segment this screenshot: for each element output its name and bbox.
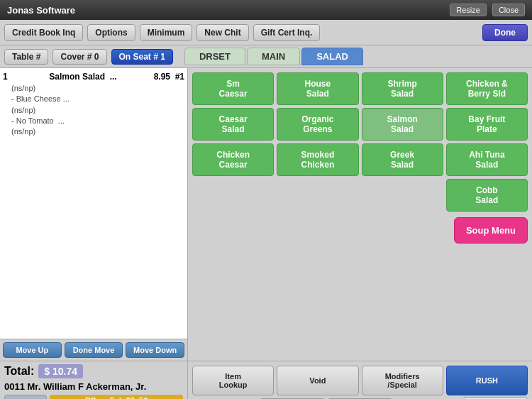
tab-main[interactable]: MAIN <box>247 48 300 65</box>
menu-organic-greens[interactable]: OrganicGreens <box>277 108 358 141</box>
menu-ahi-tuna-salad[interactable]: Ahi TunaSalad <box>446 143 528 176</box>
menu-row-2: CaesarSalad OrganicGreens SalmonSalad Ba… <box>192 108 528 141</box>
done-button[interactable]: Done <box>482 24 528 41</box>
done-move-button[interactable]: Done Move <box>65 342 123 358</box>
menu-empty-2 <box>277 179 358 212</box>
order-controls: Move Up Done Move Move Down <box>0 339 187 361</box>
tab-drset[interactable]: DRSET <box>184 48 245 65</box>
item-lookup-button[interactable]: ItemLookup <box>192 366 274 395</box>
menu-row-3: ChickenCaesar SmokedChicken GreekSalad A… <box>192 143 528 176</box>
customer-name: 0011 Mr. William F Ackerman, Jr. <box>4 381 183 392</box>
order-list: 1 Salmon Salad ... 8.95 #1 (ns/np) - Blu… <box>0 68 187 339</box>
rush-button[interactable]: RUSH <box>446 366 528 395</box>
customer-panel: Total: $ 10.74 0011 Mr. William F Ackerm… <box>0 361 188 399</box>
menu-smoked-chicken[interactable]: SmokedChicken <box>277 143 358 176</box>
modifiers-special-button[interactable]: Modifiers/Special <box>362 366 443 395</box>
total-value: $ 10.74 <box>38 364 83 378</box>
menu-empty-1 <box>192 179 274 212</box>
order-item-price: 8.95 #1 <box>154 71 184 83</box>
bottom-area: Total: $ 10.74 0011 Mr. William F Ackerm… <box>0 361 532 399</box>
app-title: Jonas Software <box>7 5 75 16</box>
avatar <box>4 395 47 399</box>
info-boxes: BDay: Feb 27, 56 Joined: Jan 1, 99 Aller… <box>50 395 183 399</box>
order-item[interactable]: 1 Salmon Salad ... 8.95 #1 (ns/np) - Blu… <box>3 71 184 138</box>
move-up-button[interactable]: Move Up <box>3 342 62 358</box>
move-down-button[interactable]: Move Down <box>126 342 184 358</box>
menu-empty-3 <box>362 179 443 212</box>
table-button[interactable]: Table # <box>4 49 48 65</box>
menu-panel: SmCaesar HouseSalad ShrimpSalad Chicken … <box>188 68 532 361</box>
main-content: 1 Salmon Salad ... 8.95 #1 (ns/np) - Blu… <box>0 68 532 361</box>
menu-row-4: CobbSalad <box>192 179 528 212</box>
bday-label: BDay: <box>85 396 108 399</box>
order-item-number: 1 <box>3 71 8 83</box>
order-item-mod1-note: (ns/np) <box>3 105 184 116</box>
order-item-name: Salmon Salad ... <box>45 71 117 83</box>
order-item-main: 1 Salmon Salad ... 8.95 #1 <box>3 71 184 83</box>
soup-menu-button[interactable]: Soup Menu <box>454 217 528 244</box>
order-item-sub: (ns/np) <box>3 83 184 94</box>
order-item-mod2-note: (ns/np) <box>3 126 184 137</box>
menu-row-1: SmCaesar HouseSalad ShrimpSalad Chicken … <box>192 72 528 105</box>
menu-bay-fruit-plate[interactable]: Bay FruitPlate <box>446 108 528 141</box>
resize-button[interactable]: Resize <box>450 4 487 16</box>
menu-cobb-salad[interactable]: CobbSalad <box>446 179 528 212</box>
secondary-toolbar: Table # Cover # 0 On Seat # 1 DRSET MAIN… <box>0 45 532 68</box>
title-bar-controls: Resize Close <box>450 4 525 16</box>
order-panel: 1 Salmon Salad ... 8.95 #1 (ns/np) - Blu… <box>0 68 188 361</box>
menu-shrimp-salad[interactable]: ShrimpSalad <box>362 72 443 105</box>
tab-area: DRSET MAIN SALAD <box>184 48 363 65</box>
order-item-mod1: - Blue Cheese ... <box>3 94 184 104</box>
bday-value: Feb 27, 56 <box>110 396 148 399</box>
menu-greek-salad[interactable]: GreekSalad <box>362 143 443 176</box>
menu-chicken-caesar[interactable]: ChickenCaesar <box>192 143 274 176</box>
bday-box: BDay: Feb 27, 56 <box>50 395 183 399</box>
title-bar: Jonas Software Resize Close <box>0 0 532 20</box>
menu-sm-caesar[interactable]: SmCaesar <box>192 72 274 105</box>
close-button[interactable]: Close <box>492 4 525 16</box>
void-button[interactable]: Void <box>277 366 358 395</box>
minimum-button[interactable]: Minimum <box>140 24 193 41</box>
order-item-mod2: - No Tomato ... <box>3 116 184 126</box>
tab-salad[interactable]: SALAD <box>301 48 363 65</box>
seat-button[interactable]: On Seat # 1 <box>111 49 173 65</box>
menu-salmon-salad[interactable]: SalmonSalad <box>362 108 443 141</box>
action-top-row: ItemLookup Void Modifiers/Special RUSH <box>192 366 528 395</box>
new-chit-button[interactable]: New Chit <box>196 24 248 41</box>
cover-button[interactable]: Cover # 0 <box>52 49 106 65</box>
gift-cert-inq-button[interactable]: Gift Cert Inq. <box>253 24 321 41</box>
menu-house-salad[interactable]: HouseSalad <box>277 72 358 105</box>
actions-panel: ItemLookup Void Modifiers/Special RUSH Q… <box>188 361 532 399</box>
options-button[interactable]: Options <box>87 24 135 41</box>
credit-book-inq-button[interactable]: Credit Book Inq <box>4 24 83 41</box>
menu-caesar-salad[interactable]: CaesarSalad <box>192 108 274 141</box>
total-row: Total: $ 10.74 <box>4 364 183 378</box>
toolbar: Credit Book Inq Options Minimum New Chit… <box>0 20 532 45</box>
customer-info-row: BDay: Feb 27, 56 Joined: Jan 1, 99 Aller… <box>4 395 183 399</box>
total-label: Total: <box>4 365 34 378</box>
menu-chicken-berry[interactable]: Chicken &Berry Sld <box>446 72 528 105</box>
